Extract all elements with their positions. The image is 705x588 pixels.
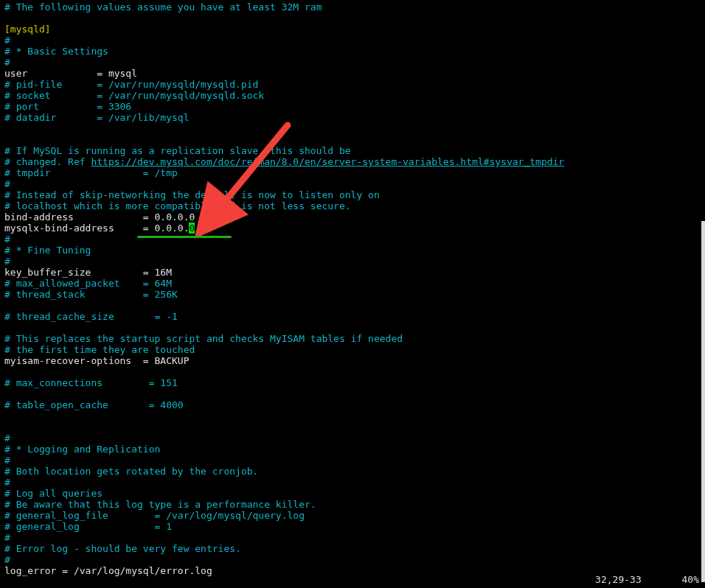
editor-line: # bbox=[4, 35, 701, 46]
editor-line: # bbox=[4, 57, 701, 68]
editor-line: # socket = /var/run/mysqld/mysqld.sock bbox=[4, 90, 701, 101]
editor-line: # the first time they are touched bbox=[4, 344, 701, 355]
scrollbar-thumb[interactable] bbox=[701, 221, 705, 582]
editor-line: # bbox=[4, 178, 701, 189]
editor-line: # Instead of skip-networking the default… bbox=[4, 189, 701, 200]
editor-line: # bbox=[4, 532, 701, 543]
editor-line: # localhost which is more compatible and… bbox=[4, 200, 701, 211]
editor-line: # Log all queries bbox=[4, 488, 701, 499]
editor-line bbox=[4, 123, 701, 134]
editor-line: # * Logging and Replication bbox=[4, 444, 701, 455]
editor-line: # bbox=[4, 234, 701, 245]
editor-line: # bbox=[4, 455, 701, 466]
editor-line: # bbox=[4, 477, 701, 488]
editor-line: mysqlx-bind-address = 0.0.0.0 bbox=[4, 223, 701, 234]
vim-cursor-position: 32,29-33 bbox=[595, 574, 642, 585]
editor-line: # changed. Ref https://dev.mysql.com/doc… bbox=[4, 156, 701, 167]
editor-line: [mysqld] bbox=[4, 24, 701, 35]
editor-line: # pid-file = /var/run/mysqld/mysqld.pid bbox=[4, 79, 701, 90]
editor-line bbox=[4, 322, 701, 333]
editor-line: # port = 3306 bbox=[4, 101, 701, 112]
editor-line: # Error log - should be very few entries… bbox=[4, 543, 701, 554]
editor-line bbox=[4, 300, 701, 311]
vim-status-bar: 32,29-33 40% bbox=[583, 563, 699, 585]
editor-line bbox=[4, 13, 701, 24]
editor-line: # thread_cache_size = -1 bbox=[4, 311, 701, 322]
editor-line bbox=[4, 134, 701, 145]
editor-line: # * Basic Settings bbox=[4, 46, 701, 57]
editor-line: # Both location gets rotated by the cron… bbox=[4, 466, 701, 477]
editor-line bbox=[4, 388, 701, 399]
editor-line: myisam-recover-options = BACKUP bbox=[4, 355, 701, 366]
editor-line: # The following values assume you have a… bbox=[4, 1, 701, 13]
editor-line: user = mysql bbox=[4, 68, 701, 79]
editor-line: # tmpdir = /tmp bbox=[4, 167, 701, 178]
editor-line: # thread_stack = 256K bbox=[4, 289, 701, 300]
editor-line: # This replaces the startup script and c… bbox=[4, 333, 701, 344]
text-cursor: 0 bbox=[189, 223, 195, 234]
vim-scroll-percent: 40% bbox=[682, 574, 699, 585]
terminal-editor-viewport[interactable]: # The following values assume you have a… bbox=[0, 0, 705, 578]
scrollbar[interactable] bbox=[701, 0, 705, 588]
editor-line bbox=[4, 421, 701, 433]
editor-line: # bbox=[4, 256, 701, 267]
editor-line: # max_allowed_packet = 64M bbox=[4, 278, 701, 289]
editor-line: # bbox=[4, 433, 701, 444]
editor-line: bind-address = 0.0.0.0 bbox=[4, 211, 701, 223]
editor-line bbox=[4, 410, 701, 421]
editor-line: key_buffer_size = 16M bbox=[4, 267, 701, 278]
editor-line: # general_log_file = /var/log/mysql/quer… bbox=[4, 510, 701, 521]
editor-line bbox=[4, 366, 701, 377]
editor-line: # Be aware that this log type is a perfo… bbox=[4, 499, 701, 510]
editor-line: # If MySQL is running as a replication s… bbox=[4, 145, 701, 156]
editor-line: # general_log = 1 bbox=[4, 521, 701, 532]
editor-line: # * Fine Tuning bbox=[4, 245, 701, 256]
editor-line: # max_connections = 151 bbox=[4, 377, 701, 388]
editor-line: # table_open_cache = 4000 bbox=[4, 399, 701, 410]
editor-line: # datadir = /var/lib/mysql bbox=[4, 112, 701, 123]
